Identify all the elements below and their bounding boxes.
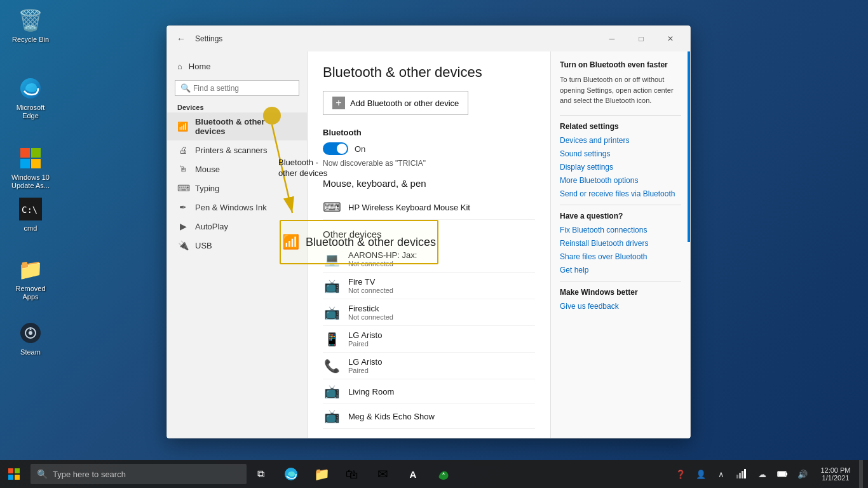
discoverable-text: Now discoverable as "TRICIA" [323, 159, 535, 168]
device-item-3: 📱 LG Aristo Paired [323, 326, 535, 353]
removed-apps-label: Removed Apps [8, 285, 53, 301]
device-item-6: 📺 Meg & Kids Echo Show [323, 404, 535, 429]
svg-rect-17 [8, 475, 13, 480]
have-question-title: Have a question? [560, 212, 681, 220]
svg-point-9 [29, 331, 32, 335]
close-button[interactable]: ✕ [656, 26, 685, 51]
taskbar-edge[interactable] [277, 460, 305, 488]
settings-window: ← Settings ─ □ ✕ ⌂ Home 🔍 Devices 📶 Blue… [166, 25, 691, 438]
tray-chevron-icon[interactable]: ∧ [712, 460, 731, 488]
make-better-title: Make Windows better [560, 288, 681, 297]
sidebar-item-usb[interactable]: 🔌 USB [167, 236, 307, 255]
sidebar-item-typing[interactable]: ⌨ Typing [167, 179, 307, 198]
titlebar-controls: ─ □ ✕ [597, 26, 685, 51]
device-status-4: Paired [348, 367, 382, 374]
device-icon-1: 📺 [323, 278, 341, 294]
edge-icon[interactable]: Microsoft Edge [5, 73, 56, 123]
device-name-0: AARONS-HP: Jax: [348, 250, 417, 260]
taskbar-search-icon: 🔍 [37, 469, 48, 479]
cmd-image: C:\ [18, 196, 43, 222]
tray-volume-icon[interactable]: 🔊 [793, 460, 812, 488]
taskbar-explorer[interactable]: 📁 [308, 460, 336, 488]
link-fix-bluetooth[interactable]: Fix Bluetooth connections [560, 226, 681, 234]
removed-apps-icon[interactable]: 📁 Removed Apps [5, 254, 56, 304]
device-icon-5: 📺 [323, 384, 341, 399]
svg-rect-21 [739, 473, 741, 478]
taskbar-extra[interactable] [430, 460, 458, 488]
tray-network-icon[interactable] [732, 460, 751, 488]
device-icon-6: 📺 [323, 409, 341, 424]
sidebar-item-autoplay[interactable]: ▶ AutoPlay [167, 217, 307, 236]
sidebar-item-pen[interactable]: ✒ Pen & Windows Ink [167, 198, 307, 217]
mouse-section-title: Mouse, keyboard, & pen [323, 178, 535, 189]
taskbar-amazon[interactable]: A [399, 460, 427, 488]
recycle-bin-icon[interactable]: 🗑️ Recycle Bin [5, 5, 56, 46]
usb-nav-icon: 🔌 [177, 240, 189, 250]
taskbar-apps: 📁 🛍 ✉ A [277, 460, 458, 488]
taskbar-store[interactable]: 🛍 [338, 460, 366, 488]
tray-time: 12:00 PM [820, 466, 850, 474]
add-device-button[interactable]: + Add Bluetooth or other device [323, 91, 468, 115]
cmd-icon[interactable]: C:\ cmd [5, 194, 56, 235]
recycle-bin-label: Recycle Bin [12, 36, 49, 44]
device-icon-2: 📺 [323, 305, 341, 320]
maximize-button[interactable]: □ [627, 26, 656, 51]
link-feedback[interactable]: Give us feedback [560, 302, 681, 311]
steam-image [18, 320, 43, 346]
tray-help-icon[interactable]: ❓ [671, 460, 690, 488]
bluetooth-toggle[interactable] [323, 142, 348, 155]
sidebar-item-printers[interactable]: 🖨 Printers & scanners [167, 140, 307, 159]
sidebar-home[interactable]: ⌂ Home [167, 57, 307, 76]
sidebar-printers-label: Printers & scanners [195, 146, 267, 155]
search-input[interactable] [193, 84, 294, 93]
tray-clock[interactable]: 12:00 PM 1/1/2021 [813, 460, 858, 488]
task-view-button[interactable]: ⧉ [247, 460, 275, 488]
link-sound-settings[interactable]: Sound settings [560, 149, 681, 158]
bluetooth-toggle-label: On [355, 144, 365, 154]
device-item-2: 📺 Firestick Not connected [323, 299, 535, 326]
search-box[interactable]: 🔍 [175, 80, 299, 96]
device-status-3: Paired [348, 340, 382, 348]
typing-nav-icon: ⌨ [177, 183, 189, 193]
link-devices-printers[interactable]: Devices and printers [560, 136, 681, 145]
tray-cloud-icon[interactable]: ☁ [752, 460, 771, 488]
taskbar-search-text: Type here to search [53, 470, 126, 479]
tray-people-icon[interactable]: 👤 [691, 460, 710, 488]
turn-on-title: Turn on Bluetooth even faster [560, 60, 681, 69]
bluetooth-nav-icon: 📶 [177, 121, 189, 132]
link-display-settings[interactable]: Display settings [560, 163, 681, 172]
link-reinstall-drivers[interactable]: Reinstall Bluetooth drivers [560, 239, 681, 248]
keyboard-device-name: HP Wireless Keyboard Mouse Kit [348, 203, 470, 212]
link-get-help[interactable]: Get help [560, 266, 681, 274]
start-button[interactable] [0, 460, 28, 488]
win-update-label: Windows 10Update As... [11, 173, 50, 190]
steam-icon[interactable]: Steam [5, 318, 56, 359]
related-settings-title: Related settings [560, 122, 681, 131]
minimize-button[interactable]: ─ [597, 26, 627, 51]
svg-rect-22 [742, 471, 743, 478]
svg-rect-23 [744, 469, 746, 478]
windows-update-icon[interactable]: Windows 10Update As... [5, 143, 56, 193]
svg-text:C:\: C:\ [22, 205, 37, 215]
titlebar: ← Settings ─ □ ✕ [167, 26, 690, 51]
recycle-bin-image: 🗑️ [18, 8, 43, 33]
link-share-files[interactable]: Share files over Bluetooth [560, 252, 681, 261]
taskbar-tray: ❓ 👤 ∧ ☁ 🔊 12:00 PM 1/1/2021 [671, 460, 868, 488]
link-send-receive[interactable]: Send or receive files via Bluetooth [560, 189, 681, 198]
link-more-bluetooth[interactable]: More Bluetooth options [560, 176, 681, 185]
svg-rect-3 [20, 159, 30, 168]
bluetooth-toggle-row: On [323, 142, 535, 155]
taskbar-mail[interactable]: ✉ [369, 460, 397, 488]
sidebar-bluetooth-label: Bluetooth & other devices [195, 117, 297, 136]
sidebar-autoplay-label: AutoPlay [195, 222, 228, 231]
svg-rect-26 [778, 472, 785, 476]
back-button[interactable]: ← [172, 30, 190, 48]
sidebar-item-bluetooth[interactable]: 📶 Bluetooth & other devices [167, 112, 307, 140]
sidebar-item-mouse[interactable]: 🖱 Mouse [167, 159, 307, 179]
tray-show-desktop[interactable] [859, 460, 863, 488]
tray-date: 1/1/2021 [822, 474, 850, 482]
tray-battery-icon[interactable] [773, 460, 792, 488]
scroll-indicator [688, 51, 690, 242]
taskbar-search-box[interactable]: 🔍 Type here to search [31, 464, 247, 484]
device-name-4: LG Aristo [348, 357, 382, 367]
